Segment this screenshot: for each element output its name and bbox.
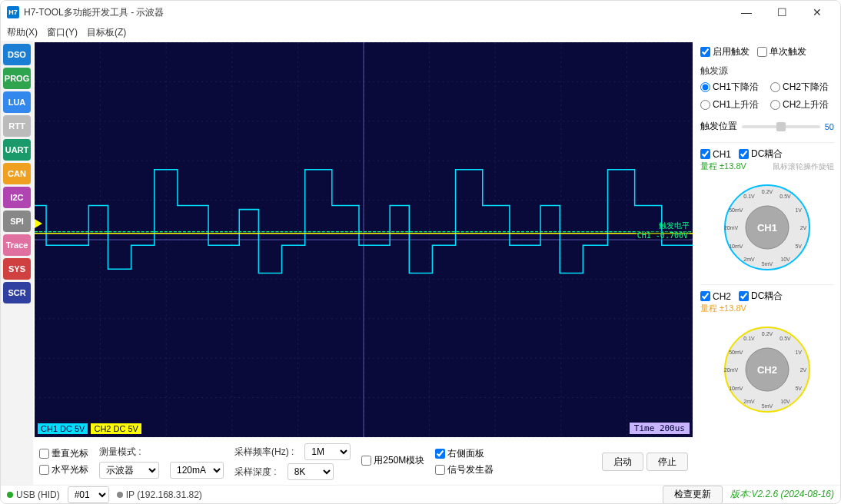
ch2-range-label: 量程 ±13.8V	[700, 303, 746, 314]
svg-text:5mV: 5mV	[762, 261, 773, 267]
single-trigger-checkbox[interactable]: 单次触发	[757, 45, 806, 58]
tool-uart[interactable]: UART	[3, 139, 31, 161]
ch2-scale-label: CH2 DC 5V	[91, 423, 141, 434]
use-250m-checkbox[interactable]: 用250M模块	[361, 454, 424, 467]
tool-can[interactable]: CAN	[3, 163, 31, 184]
trigger-position-slider[interactable]	[742, 125, 820, 128]
svg-text:1V: 1V	[795, 207, 802, 213]
version-label: 版本:V2.2.6 (2024-08-16)	[730, 488, 834, 501]
sample-depth-select[interactable]: 8K	[288, 463, 334, 480]
minimize-button[interactable]: —	[730, 2, 763, 23]
horizontal-cursor-checkbox[interactable]: 水平光标	[39, 463, 88, 476]
sample-rate-label: 采样频率(Hz) :	[234, 446, 294, 459]
svg-text:20mV: 20mV	[724, 225, 739, 230]
close-button[interactable]: ✕	[800, 2, 834, 23]
svg-text:5V: 5V	[795, 386, 802, 391]
svg-text:2V: 2V	[800, 225, 807, 230]
check-update-button[interactable]: 检查更新	[663, 486, 723, 504]
svg-text:50mV: 50mV	[729, 350, 743, 355]
statusbar: USB (HID) #01 IP (192.168.31.82) 检查更新 版本…	[1, 485, 840, 503]
titlebar: H7 H7-TOOL多功能开发工具 - 示波器 — ☐ ✕	[1, 1, 840, 24]
svg-text:2V: 2V	[800, 367, 807, 373]
trigger-position-label: 触发位置	[700, 120, 737, 133]
app-icon: H7	[7, 6, 19, 18]
tool-rtt[interactable]: RTT	[3, 115, 31, 137]
ch1-scale-label: CH1 DC 5V	[38, 423, 88, 434]
vertical-cursor-checkbox[interactable]: 垂直光标	[39, 447, 88, 460]
tool-i2c[interactable]: I2C	[3, 187, 31, 208]
ch2-enable-checkbox[interactable]: CH2	[700, 291, 731, 302]
tool-scr[interactable]: SCR	[3, 282, 31, 303]
svg-text:5mV: 5mV	[762, 403, 773, 409]
stop-button[interactable]: 停止	[647, 453, 688, 471]
right-panel-checkbox[interactable]: 右侧面板	[435, 447, 484, 460]
trigger-ch2-falling-radio[interactable]: CH2下降沿	[770, 81, 834, 94]
svg-text:0.5V: 0.5V	[780, 194, 791, 199]
ch1-dc-coupling-checkbox[interactable]: DC耦合	[739, 148, 783, 161]
start-button[interactable]: 启动	[602, 453, 643, 471]
ip-status: IP (192.168.31.82)	[117, 489, 202, 500]
svg-text:10V: 10V	[780, 399, 790, 404]
menu-window[interactable]: 窗口(Y)	[47, 26, 78, 39]
svg-text:50mV: 50mV	[729, 207, 743, 213]
enable-trigger-checkbox[interactable]: 启用触发	[700, 45, 750, 58]
tool-dso[interactable]: DSO	[3, 44, 31, 65]
trigger-ch1-falling-radio[interactable]: CH1下降沿	[700, 81, 764, 94]
window-title: H7-TOOL多功能开发工具 - 示波器	[24, 6, 730, 19]
svg-text:10mV: 10mV	[729, 386, 743, 391]
svg-text:CH2: CH2	[757, 364, 777, 376]
svg-text:0.1V: 0.1V	[743, 336, 755, 341]
tool-lua[interactable]: LUA	[3, 91, 31, 113]
svg-text:2mV: 2mV	[743, 257, 755, 262]
ch2-range-dial[interactable]: CH210mV20mV50mV0.1V0.2V0.5V1V2V5V10V5mV2…	[710, 317, 825, 417]
menu-target[interactable]: 目标板(Z)	[87, 26, 126, 39]
ch2-dc-coupling-checkbox[interactable]: DC耦合	[739, 290, 783, 303]
svg-text:5V: 5V	[795, 244, 802, 249]
sample-rate-select[interactable]: 1M	[304, 443, 351, 460]
trigger-level-label: 触发电平	[659, 220, 690, 231]
svg-text:0.2V: 0.2V	[762, 189, 773, 194]
left-toolbar: DSOPROGLUARTTUARTCANI2CSPITraceSYSSCR	[1, 41, 33, 485]
svg-text:2mV: 2mV	[743, 399, 755, 404]
usb-status-dot-icon	[7, 492, 13, 498]
ch1-reading: CH1 -0.700V	[636, 231, 690, 240]
dial-hint: 鼠标滚轮操作旋钮	[773, 161, 834, 172]
ch1-range-label: 量程 ±13.8V	[700, 161, 746, 172]
tool-prog[interactable]: PROG	[3, 68, 31, 89]
sample-depth-label: 采样深度 :	[234, 466, 277, 479]
ch1-range-dial[interactable]: CH110mV20mV50mV0.1V0.2V0.5V1V2V5V10V5mV2…	[710, 175, 825, 275]
measure-mode-select[interactable]: 示波器	[99, 462, 159, 479]
current-range-select[interactable]: 120mA	[170, 462, 224, 479]
svg-text:0.2V: 0.2V	[762, 331, 773, 337]
right-panel: 启用触发 单次触发 触发源 CH1下降沿 CH2下降沿 CH1上升沿 CH2上升…	[694, 41, 840, 485]
tool-sys[interactable]: SYS	[3, 258, 31, 280]
measure-mode-label: 测量模式 :	[99, 446, 141, 459]
trigger-ch1-rising-radio[interactable]: CH1上升沿	[700, 98, 764, 111]
svg-text:0.1V: 0.1V	[743, 194, 755, 199]
timebase-label: Time 200us	[630, 423, 690, 434]
ch1-enable-checkbox[interactable]: CH1	[700, 149, 731, 160]
maximize-button[interactable]: ☐	[765, 2, 799, 23]
menubar: 帮助(X) 窗口(Y) 目标板(Z)	[1, 24, 840, 41]
tool-trace[interactable]: Trace	[3, 234, 31, 256]
svg-text:0.5V: 0.5V	[780, 336, 791, 341]
svg-text:10mV: 10mV	[729, 244, 743, 249]
trigger-source-label: 触发源	[700, 65, 834, 78]
scope-canvas[interactable]: 触发电平 CH1 -0.700V CH1 DC 5V CH2 DC 5V Tim…	[35, 42, 693, 437]
port-select[interactable]: #01	[68, 486, 109, 503]
tool-spi[interactable]: SPI	[3, 211, 31, 232]
svg-text:1V: 1V	[795, 350, 802, 355]
signal-generator-checkbox[interactable]: 信号发生器	[435, 463, 494, 476]
menu-help[interactable]: 帮助(X)	[7, 26, 38, 39]
svg-text:CH1: CH1	[757, 222, 777, 234]
usb-status: USB (HID)	[7, 489, 60, 500]
trigger-arrow-icon[interactable]	[35, 219, 42, 228]
controls-panel: 垂直光标 水平光标 测量模式 : 示波器 120mA 采样频率(Hz) : 1M	[33, 439, 694, 485]
trigger-position-value: 50	[825, 122, 834, 131]
svg-text:20mV: 20mV	[724, 367, 739, 373]
ip-status-dot-icon	[117, 492, 123, 498]
svg-text:10V: 10V	[780, 257, 790, 262]
trigger-ch2-rising-radio[interactable]: CH2上升沿	[770, 98, 834, 111]
scope-area: 触发电平 CH1 -0.700V CH1 DC 5V CH2 DC 5V Tim…	[33, 41, 694, 439]
